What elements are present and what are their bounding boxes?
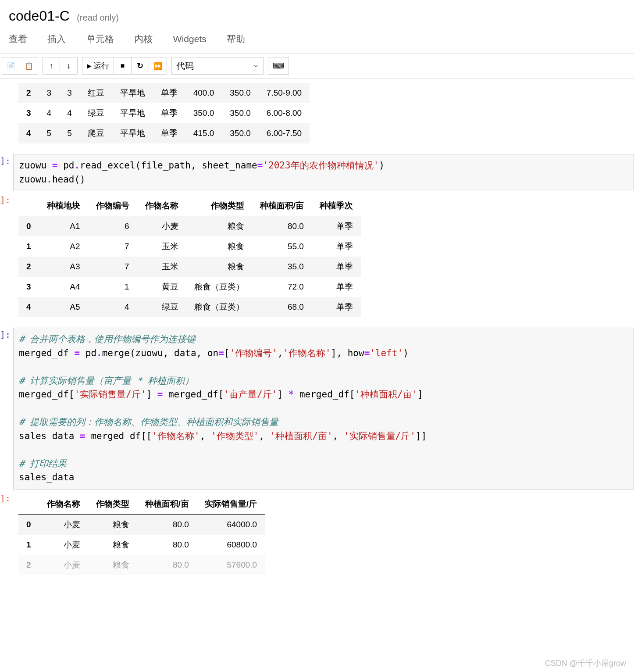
notebook-header: code01-C (read only) bbox=[0, 0, 634, 29]
table-row: 3A41黄豆粮食（豆类）72.0单季 bbox=[18, 277, 361, 297]
table-row: 2小麦粮食80.057600.0 bbox=[18, 555, 265, 575]
notebook-body: 233红豆平旱地单季400.0350.07.50-9.00 344绿豆平旱地单季… bbox=[0, 80, 634, 601]
notebook-title: code01-C bbox=[9, 8, 70, 24]
output-table-2: 种植地块作物编号作物名称作物类型种植面积/亩种植季次 0A16小麦粮食80.0单… bbox=[18, 196, 361, 317]
table-row: 1小麦粮食80.060800.0 bbox=[18, 535, 265, 555]
menubar: 查看 插入 单元格 内核 Widgets 帮助 bbox=[0, 29, 634, 54]
table-row: 0小麦粮食80.064000.0 bbox=[18, 514, 265, 535]
table-row: 2A37玉米粮食35.0单季 bbox=[18, 257, 361, 277]
interrupt-button[interactable] bbox=[114, 57, 132, 75]
table-row: 4A54绿豆粮食（豆类）68.0单季 bbox=[18, 297, 361, 317]
output-table-3: 作物名称作物类型种植面积/亩实际销售量/斤 0小麦粮食80.064000.0 1… bbox=[18, 494, 265, 575]
menu-view[interactable]: 查看 bbox=[9, 29, 27, 49]
menu-help[interactable]: 帮助 bbox=[227, 29, 245, 49]
table-row: 233红豆平旱地单季400.0350.07.50-9.00 bbox=[18, 83, 310, 103]
table-row: 455爬豆平旱地单季415.0350.06.00-7.50 bbox=[18, 123, 310, 143]
code-cell[interactable]: # 合并两个表格，使用作物编号作为连接键 merged_df = pd.merg… bbox=[13, 328, 634, 490]
code-cell[interactable]: zuowu = pd.read_excel(file_path, sheet_n… bbox=[13, 154, 634, 191]
menu-insert[interactable]: 插入 bbox=[47, 29, 66, 49]
out-prompt: ]: bbox=[0, 193, 13, 326]
table-row: 344绿豆平旱地单季350.0350.06.00-8.00 bbox=[18, 103, 310, 123]
run-button[interactable]: 运行 bbox=[82, 57, 114, 75]
readonly-label: (read only) bbox=[77, 13, 119, 22]
in-prompt: ]: bbox=[0, 328, 13, 490]
menu-widgets[interactable]: Widgets bbox=[173, 30, 207, 48]
menu-kernel[interactable]: 内核 bbox=[134, 29, 153, 49]
copy-button[interactable] bbox=[2, 57, 20, 75]
toolbar: 运行 代码 bbox=[0, 54, 634, 79]
move-up-button[interactable] bbox=[43, 57, 60, 75]
table-row: 0A16小麦粮食80.0单季 bbox=[18, 216, 361, 237]
run-all-button[interactable] bbox=[149, 57, 167, 75]
paste-button[interactable] bbox=[20, 57, 38, 75]
out-prompt: ]: bbox=[0, 491, 13, 584]
in-prompt: ]: bbox=[0, 154, 13, 191]
celltype-select[interactable]: 代码 bbox=[171, 57, 264, 75]
table-row: 1A27玉米粮食55.0单季 bbox=[18, 236, 361, 257]
output-table-1: 233红豆平旱地单季400.0350.07.50-9.00 344绿豆平旱地单季… bbox=[18, 83, 310, 143]
keyboard-button[interactable] bbox=[268, 57, 289, 75]
restart-button[interactable] bbox=[132, 57, 149, 75]
move-down-button[interactable] bbox=[60, 57, 78, 75]
menu-cell[interactable]: 单元格 bbox=[86, 29, 114, 49]
